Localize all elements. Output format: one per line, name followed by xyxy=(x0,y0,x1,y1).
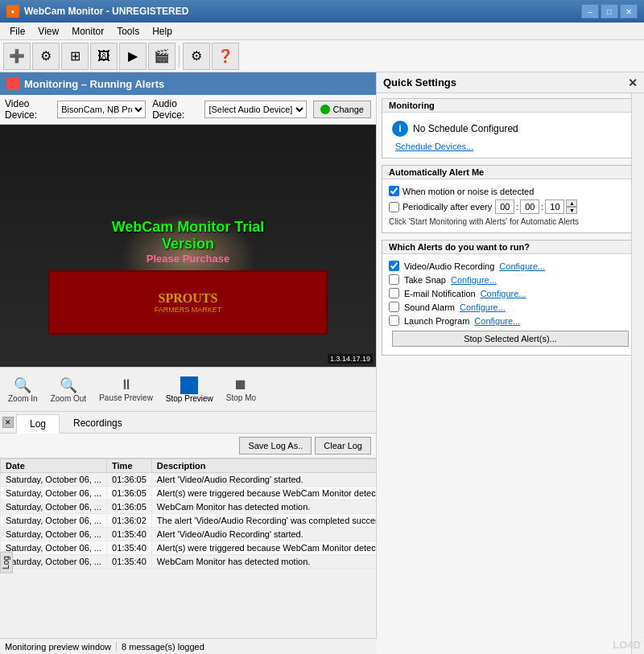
time-fields: : : ▲ ▼ xyxy=(495,199,577,214)
which-alerts-title: Which Alerts do you want to run? xyxy=(382,241,638,254)
audio-device-select[interactable]: [Select Audio Device] xyxy=(204,101,307,118)
watermark-line2: Please Purchase xyxy=(94,252,283,264)
tab-bar: ✕ Log Recordings xyxy=(0,412,376,434)
zoom-out-button[interactable]: 🔍 Zoom Out xyxy=(44,373,93,406)
alert-program-checkbox[interactable] xyxy=(389,315,399,326)
toolbar-grid-btn[interactable]: ⊞ xyxy=(61,43,89,70)
alert-alarm-config[interactable]: Configure... xyxy=(460,302,506,312)
cell-time: 01:35:40 xyxy=(107,555,152,569)
save-log-button[interactable]: Save Log As.. xyxy=(239,437,312,455)
time-second[interactable] xyxy=(545,199,564,214)
device-row: Video Device: BisonCam, NB Pro Audio Dev… xyxy=(5,98,371,121)
menu-tools[interactable]: Tools xyxy=(110,24,146,39)
table-row: Saturday, October 06, ... 01:36:02 The a… xyxy=(1,514,377,528)
log-side-tab[interactable]: Log xyxy=(0,552,13,574)
alert-email-config[interactable]: Configure... xyxy=(481,289,526,298)
status-left: Monitoring preview window xyxy=(5,642,111,652)
menu-monitor[interactable]: Monitor xyxy=(65,24,110,39)
log-section: ✕ Log Recordings Save Log As.. Clear Log… xyxy=(0,412,376,654)
alert-recording-config[interactable]: Configure... xyxy=(499,261,545,271)
time-spin-up[interactable]: ▲ xyxy=(566,199,577,207)
preview-watermark: WebCam Monitor Trial Version Please Purc… xyxy=(94,218,283,264)
motion-label: When motion or noise is detected xyxy=(402,187,534,196)
alert-alarm-label: Sound Alarm xyxy=(404,302,455,312)
monitoring-section-title: Monitoring xyxy=(382,99,638,113)
tab-recordings[interactable]: Recordings xyxy=(60,413,136,433)
stop-icon xyxy=(180,376,198,394)
menu-view[interactable]: View xyxy=(31,24,65,39)
time-spin-control: ▲ ▼ xyxy=(566,199,577,214)
alert-recording-checkbox[interactable] xyxy=(389,261,399,271)
close-button[interactable]: ✕ xyxy=(620,4,638,19)
info-icon: i xyxy=(392,121,408,137)
right-scrollbar[interactable] xyxy=(631,93,644,654)
alert-alarm-checkbox[interactable] xyxy=(389,302,399,312)
zoom-in-button[interactable]: 🔍 Zoom In xyxy=(2,373,44,406)
tab-log[interactable]: Log xyxy=(16,414,60,434)
cell-time: 01:35:40 xyxy=(107,541,152,555)
quick-settings-header: Quick Settings ✕ xyxy=(377,72,644,93)
alert-program-config[interactable]: Configure... xyxy=(474,316,520,326)
stop-selected-button[interactable]: Stop Selected Alert(s)... xyxy=(392,331,629,347)
quick-settings-content: Monitoring i No Schedule Configured Sche… xyxy=(377,93,644,654)
minimize-button[interactable]: – xyxy=(581,4,599,19)
pause-preview-button[interactable]: ⏸ Pause Preview xyxy=(93,373,159,405)
alert-snap-checkbox[interactable] xyxy=(389,274,399,285)
time-hour[interactable] xyxy=(495,199,514,214)
monitoring-title: Monitoring – Running Alerts xyxy=(24,78,164,90)
quick-settings-close[interactable]: ✕ xyxy=(628,76,638,89)
cell-desc: WebCam Monitor has detected motion. xyxy=(151,555,376,569)
alert-recording-label: Video/Audio Recording xyxy=(404,261,494,271)
video-device-select[interactable]: BisonCam, NB Pro xyxy=(57,101,146,118)
auto-alert-section: Automatically Alert Me When motion or no… xyxy=(382,165,639,233)
toolbar-gear-btn[interactable]: ⚙ xyxy=(183,43,210,70)
menu-file[interactable]: File xyxy=(3,24,31,39)
stop-motion-button[interactable]: ⏹ Stop Mo xyxy=(220,373,262,405)
alert-row-email: E-mail Notification Configure... xyxy=(389,286,632,300)
periodic-checkbox[interactable] xyxy=(389,202,399,212)
camera-preview: SPROUTS FARMERS MARKET WebCam Monitor Tr… xyxy=(0,125,376,367)
alert-email-checkbox[interactable] xyxy=(389,288,399,298)
monitoring-icon xyxy=(6,77,19,90)
sign-subtext: FARMERS MARKET xyxy=(155,306,222,314)
cell-desc: Alert 'Video/Audio Recording' started. xyxy=(151,528,376,541)
cell-desc: Alert 'Video/Audio Recording' started. xyxy=(151,473,376,487)
motion-checkbox[interactable] xyxy=(389,186,399,196)
window-title: WebCam Monitor - UNREGISTERED xyxy=(24,6,188,17)
cell-date: Saturday, October 06, ... xyxy=(1,500,107,514)
time-spin-down[interactable]: ▼ xyxy=(566,207,577,214)
alert-snap-config[interactable]: Configure... xyxy=(451,275,497,285)
toolbar-play-btn[interactable]: ▶ xyxy=(119,43,147,70)
maximize-button[interactable]: □ xyxy=(601,4,618,19)
toolbar-film-btn[interactable]: 🎬 xyxy=(148,43,175,70)
status-bar: Monitoring preview window 8 message(s) l… xyxy=(0,638,377,654)
monitoring-header: Monitoring – Running Alerts xyxy=(0,72,376,95)
menu-help[interactable]: Help xyxy=(146,24,179,39)
time-minute[interactable] xyxy=(520,199,539,214)
cell-date: Saturday, October 06, ... xyxy=(1,528,107,541)
toolbar-help-btn[interactable]: ❓ xyxy=(212,43,239,70)
cell-date: Saturday, October 06, ... xyxy=(1,555,107,569)
cell-time: 01:36:05 xyxy=(107,500,152,514)
toolbar-settings-btn[interactable]: ⚙ xyxy=(32,43,60,70)
left-panel: Monitoring – Running Alerts Video Device… xyxy=(0,72,377,654)
motion-checkbox-row: When motion or noise is detected xyxy=(389,184,632,198)
stop-preview-button[interactable]: Stop Preview xyxy=(159,373,220,406)
toolbar-image-btn[interactable]: 🖼 xyxy=(90,43,118,70)
stop-motion-icon: ⏹ xyxy=(233,376,248,393)
toolbar-add-btn[interactable]: ➕ xyxy=(3,43,31,70)
cell-date: Saturday, October 06, ... xyxy=(1,473,107,487)
pause-icon: ⏸ xyxy=(119,376,134,393)
auto-alert-title: Automatically Alert Me xyxy=(382,166,638,179)
sign-box: SPROUTS FARMERS MARKET xyxy=(48,270,328,335)
window-controls: – □ ✕ xyxy=(581,4,638,19)
cell-date: Saturday, October 06, ... xyxy=(1,541,107,555)
cell-date: Saturday, October 06, ... xyxy=(1,487,107,500)
monitoring-section-body: i No Schedule Configured Schedule Device… xyxy=(382,113,638,158)
clear-log-button[interactable]: Clear Log xyxy=(315,437,371,455)
change-button[interactable]: Change xyxy=(313,101,371,118)
monitoring-status-text: No Schedule Configured xyxy=(413,123,518,134)
log-close-button[interactable]: ✕ xyxy=(2,417,14,428)
toolbar-separator xyxy=(179,45,180,68)
schedule-devices-link[interactable]: Schedule Devices... xyxy=(389,140,632,153)
